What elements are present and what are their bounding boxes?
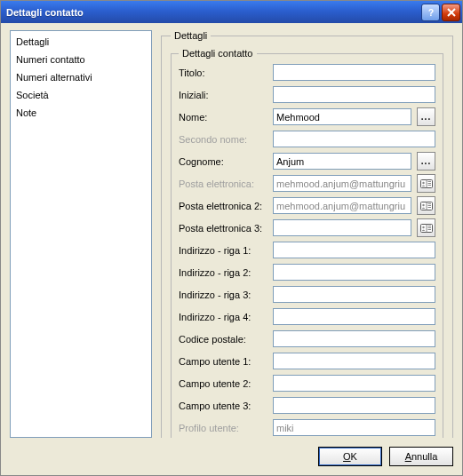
addressbook-email2-button[interactable] [417, 196, 435, 215]
cancel-mnemonic: A [405, 451, 411, 462]
input-addr3[interactable] [273, 286, 435, 303]
label-email1: Posta elettronica: [179, 178, 267, 189]
row-profilo: Profilo utente: [179, 419, 435, 436]
input-email3[interactable] [273, 219, 411, 236]
label-profilo: Profilo utente: [179, 423, 267, 433]
input-titolo[interactable] [273, 64, 435, 81]
label-cognome: Cognome: [179, 156, 267, 167]
addressbook-icon [420, 178, 433, 189]
input-cognome[interactable] [273, 153, 411, 170]
details-group-legend: Dettagli [171, 30, 211, 41]
input-nome[interactable] [273, 108, 411, 125]
svg-point-6 [422, 226, 424, 227]
row-addr3: Indirizzo - riga 3: [179, 286, 435, 303]
nav-item-details[interactable]: Dettagli [11, 33, 151, 51]
label-addr2: Indirizzo - riga 2: [179, 267, 267, 278]
dialog-window: Dettagli contatto ? Dettagli Numeri cont… [0, 0, 463, 476]
addressbook-email1-button[interactable] [417, 174, 435, 193]
input-cu3[interactable] [273, 397, 435, 414]
row-cu3: Campo utente 3: [179, 397, 435, 414]
row-email3: Posta elettronica 3: [179, 219, 435, 236]
details-group: Dettagli Dettagli contatto Titolo: Inizi… [161, 30, 453, 438]
input-email2[interactable] [273, 197, 411, 214]
ok-mnemonic: O [343, 451, 351, 462]
row-addr2: Indirizzo - riga 2: [179, 264, 435, 281]
row-email2: Posta elettronica 2: [179, 197, 435, 214]
titlebar-buttons: ? [421, 4, 460, 21]
row-nome: Nome: ... [179, 108, 435, 125]
cancel-button[interactable]: Annulla [389, 447, 453, 466]
label-titolo: Titolo: [179, 67, 267, 78]
ok-post: K [351, 451, 357, 462]
input-cu2[interactable] [273, 375, 435, 392]
input-secondo-nome[interactable] [273, 131, 435, 147]
addressbook-email3-button[interactable] [417, 218, 435, 237]
input-cu1[interactable] [273, 353, 435, 369]
input-iniziali[interactable] [273, 86, 435, 103]
row-cognome: Cognome: ... [179, 153, 435, 170]
input-addr1[interactable] [273, 242, 435, 258]
contact-details-group: Dettagli contatto Titolo: Iniziali: [171, 48, 443, 438]
help-button[interactable]: ? [421, 4, 440, 21]
content-row: Dettagli Numeri contatto Numeri alternat… [10, 30, 453, 438]
row-cap: Codice postale: [179, 330, 435, 347]
row-cu2: Campo utente 2: [179, 375, 435, 392]
titlebar: Dettagli contatto ? [1, 1, 462, 23]
label-addr1: Indirizzo - riga 1: [179, 245, 267, 256]
label-email2: Posta elettronica 2: [179, 201, 267, 211]
row-titolo: Titolo: [179, 64, 435, 81]
client-area: Dettagli Numeri contatto Numeri alternat… [1, 23, 462, 475]
row-iniziali: Iniziali: [179, 86, 435, 103]
label-cu3: Campo utente 3: [179, 401, 267, 411]
svg-point-2 [422, 181, 424, 183]
label-email3: Posta elettronica 3: [179, 223, 267, 234]
label-cu2: Campo utente 2: [179, 378, 267, 389]
label-nome: Nome: [179, 112, 267, 123]
close-button[interactable] [442, 4, 460, 21]
nav-item-notes[interactable]: Note [11, 104, 151, 122]
svg-text:?: ? [427, 7, 433, 17]
label-cap: Codice postale: [179, 334, 267, 345]
row-secondo-nome: Secondo nome: [179, 131, 435, 147]
input-cap[interactable] [273, 330, 435, 347]
row-addr1: Indirizzo - riga 1: [179, 242, 435, 258]
contact-details-legend: Dettagli contatto [179, 48, 257, 59]
input-email1[interactable] [273, 175, 411, 192]
label-addr3: Indirizzo - riga 3: [179, 290, 267, 300]
nav-item-numbers[interactable]: Numeri contatto [11, 51, 151, 68]
label-secondo-nome: Secondo nome: [179, 134, 267, 145]
input-addr4[interactable] [273, 308, 435, 325]
addressbook-icon [420, 223, 433, 234]
dialog-buttons: OK Annulla [10, 443, 453, 466]
label-addr4: Indirizzo - riga 4: [179, 312, 267, 322]
input-profilo[interactable] [273, 419, 435, 436]
row-email1: Posta elettronica: [179, 175, 435, 192]
close-icon [447, 8, 456, 17]
help-icon: ? [426, 7, 436, 18]
nav-item-company[interactable]: Società [11, 86, 151, 104]
window-title: Dettagli contatto [6, 7, 84, 18]
label-cu1: Campo utente 1: [179, 356, 267, 367]
row-cu1: Campo utente 1: [179, 353, 435, 369]
nav-item-alt-numbers[interactable]: Numeri alternativi [11, 68, 151, 86]
ok-button[interactable]: OK [318, 447, 382, 466]
row-addr4: Indirizzo - riga 4: [179, 308, 435, 325]
svg-point-4 [422, 203, 424, 205]
input-addr2[interactable] [273, 264, 435, 281]
browse-nome-button[interactable]: ... [417, 107, 435, 126]
label-iniziali: Iniziali: [179, 90, 267, 100]
form-rows: Titolo: Iniziali: Nome: ... [179, 64, 435, 436]
addressbook-icon [420, 201, 433, 211]
nav-list[interactable]: Dettagli Numeri contatto Numeri alternat… [10, 30, 152, 438]
browse-cognome-button[interactable]: ... [417, 152, 435, 171]
right-pane: Dettagli Dettagli contatto Titolo: Inizi… [161, 30, 453, 438]
cancel-post: nnulla [411, 451, 437, 462]
